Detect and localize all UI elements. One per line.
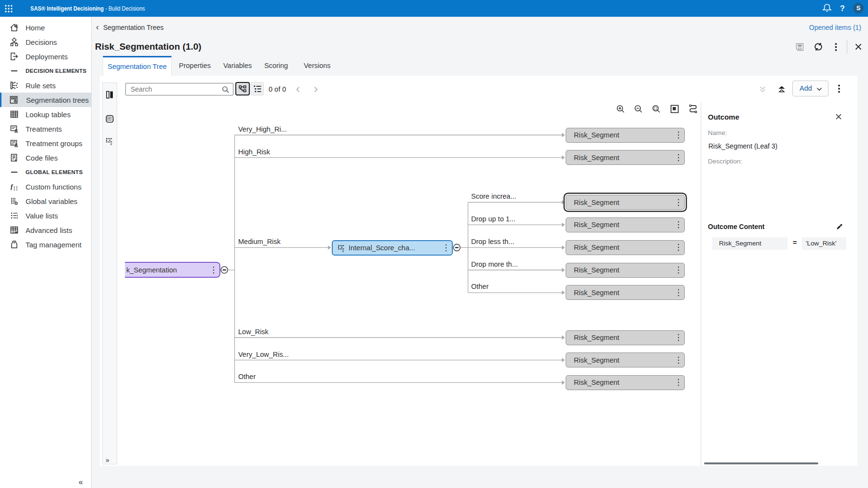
svg-text:x: x [342,248,344,253]
